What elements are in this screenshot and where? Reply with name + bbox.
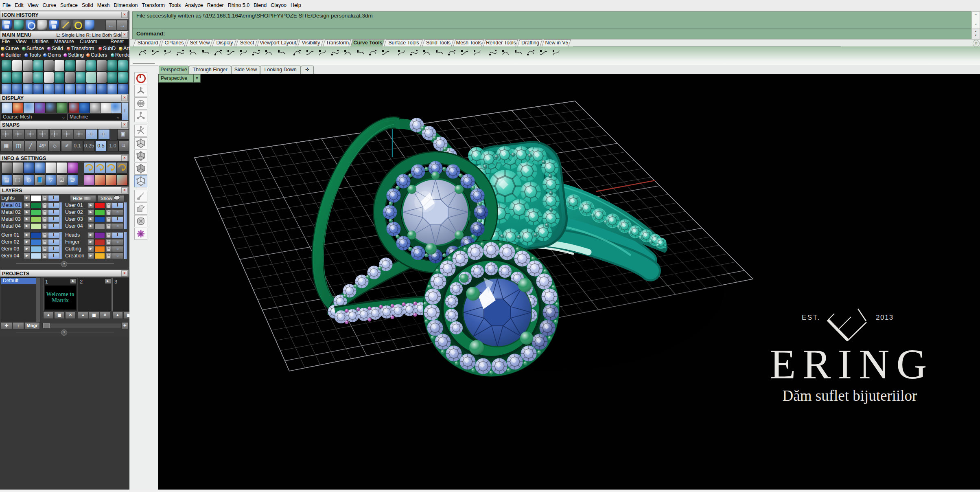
svg-text:ERING: ERING bbox=[770, 340, 934, 387]
svg-text:2013: 2013 bbox=[876, 314, 894, 321]
svg-text:Dăm suflet bijuteriilor: Dăm suflet bijuteriilor bbox=[783, 387, 917, 404]
svg-text:EST.: EST. bbox=[802, 314, 820, 321]
